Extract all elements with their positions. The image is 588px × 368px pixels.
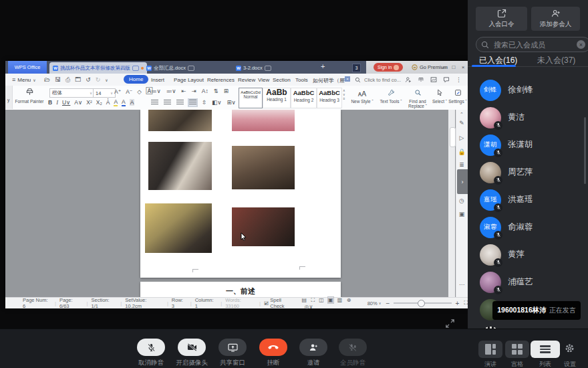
character-shading-button[interactable]: A: [130, 99, 135, 106]
view-grid-button[interactable]: [505, 341, 529, 358]
sort-button[interactable]: ⇅: [214, 88, 218, 94]
open-icon[interactable]: 🗁: [44, 76, 50, 83]
spell-check-icon[interactable]: 🗹: [264, 300, 269, 306]
exit-fullscreen-icon[interactable]: [445, 318, 455, 329]
add-participant-button[interactable]: 添加参会人: [531, 7, 580, 31]
upload-cloud-icon[interactable]: [418, 76, 424, 83]
shading-button[interactable]: ◧∨: [212, 99, 221, 106]
view-fullscreen-icon[interactable]: ⛶: [311, 297, 315, 303]
subscript-button[interactable]: X₂: [96, 99, 102, 106]
sidebar-toggle-handle[interactable]: ›: [457, 169, 468, 194]
wps-office-menu-button[interactable]: WPS Office: [8, 61, 47, 74]
strip-more-icon[interactable]: ⋯: [456, 282, 468, 288]
view-speaker-button[interactable]: [478, 341, 502, 358]
strikethrough-button[interactable]: A∨: [74, 99, 82, 106]
document-canvas[interactable]: 一、前述: [5, 110, 468, 297]
zoom-slider-knob[interactable]: [418, 300, 425, 307]
sidebar-scrollbar[interactable]: [584, 117, 586, 184]
increase-indent-button[interactable]: ⇥: [192, 88, 196, 94]
bullets-button[interactable]: ≔∨: [151, 88, 161, 94]
tab-not-joined[interactable]: 未入会(37): [537, 55, 575, 66]
print-icon[interactable]: ⎙: [65, 76, 70, 84]
mute-all-button[interactable]: [339, 339, 367, 356]
style-heading-2[interactable]: AaBbC Heading 2: [291, 88, 317, 108]
format-painter-button[interactable]: Format Painter: [15, 87, 44, 104]
participant-row[interactable]: 剑锋 徐剑锋: [468, 76, 588, 104]
maximize-button[interactable]: □: [449, 61, 458, 74]
ribbon-tab-insert[interactable]: Insert: [151, 77, 164, 83]
redo-icon[interactable]: ↻: [96, 76, 101, 83]
minimize-button[interactable]: —: [440, 61, 449, 74]
comments-icon[interactable]: [443, 76, 450, 83]
translate-panel-icon[interactable]: ▣: [456, 211, 468, 217]
grow-font-icon[interactable]: A⁺: [114, 88, 121, 95]
strip-collapse-icon[interactable]: ⌃: [456, 112, 468, 117]
outline-list-icon[interactable]: ≣: [456, 161, 468, 168]
table-button[interactable]: ⊞∨: [227, 99, 235, 106]
view-globe-icon[interactable]: ⊕: [347, 297, 351, 303]
participant-row[interactable]: 黄萍: [468, 241, 588, 268]
ribbon-tab-review[interactable]: Review: [238, 77, 255, 83]
clear-search-icon[interactable]: ×: [577, 40, 585, 49]
menu-button[interactable]: ≡ Menu ∨: [12, 74, 36, 86]
underline-button[interactable]: U∨: [62, 99, 70, 106]
bold-button[interactable]: B: [48, 99, 52, 106]
style-heading-3[interactable]: AaBbC Heading 3: [317, 88, 342, 108]
zoom-slider[interactable]: [394, 302, 451, 304]
borders-button[interactable]: ⊞: [224, 88, 229, 94]
participant-row[interactable]: 周艺萍: [468, 159, 588, 186]
camera-on-button[interactable]: [178, 339, 206, 356]
invite-button[interactable]: [299, 339, 327, 356]
settings-button[interactable]: Settings ˇ: [448, 87, 468, 104]
doc-tab-1[interactable]: W 挑战杯作品文本寒假修改第四版: [49, 62, 147, 74]
share-window-button[interactable]: [218, 339, 247, 356]
view-web-icon[interactable]: ▥: [337, 297, 343, 303]
tab-count-badge[interactable]: 3: [352, 64, 361, 72]
ribbon-tab-page-layout[interactable]: Page Layout: [174, 77, 204, 83]
sign-in-button[interactable]: Sign in: [374, 63, 403, 72]
close-doc-tab-icon[interactable]: ×: [345, 76, 350, 82]
ribbon-tab-references[interactable]: References: [207, 77, 235, 83]
save-icon[interactable]: 🖫: [55, 76, 61, 83]
numbering-button[interactable]: ≕∨: [166, 88, 176, 94]
doc-tab-2[interactable]: W 全部汇总.docx: [143, 62, 235, 74]
new-tab-button[interactable]: +: [321, 62, 325, 70]
participant-row[interactable]: 淑蓉 俞淑蓉: [468, 213, 588, 241]
phonetic-guide-button[interactable]: A̓: [106, 99, 110, 106]
lock-icon[interactable]: 🔒: [456, 149, 468, 155]
undo-icon[interactable]: ↺: [86, 76, 91, 83]
meeting-passcode-button[interactable]: 入会口令: [476, 7, 527, 31]
status-spell-check[interactable]: Spell Check: [270, 297, 296, 309]
view-list-button[interactable]: [531, 341, 560, 358]
ribbon-tab-section[interactable]: Section: [273, 77, 291, 83]
hang-up-button[interactable]: [259, 339, 287, 356]
history-clock-icon[interactable]: ◷: [456, 197, 468, 204]
participant-row[interactable]: 浦蕴艺: [468, 268, 588, 296]
search-participants-box[interactable]: ×: [476, 37, 588, 52]
select-cursor-icon[interactable]: ▷: [456, 134, 468, 141]
align-left-button[interactable]: [151, 100, 158, 106]
find-command-box[interactable]: [355, 74, 412, 86]
ribbon-tab-doc-extra[interactable]: 如何研学（屉E-S: [313, 77, 345, 84]
doc-scrollbar-thumb[interactable]: [450, 127, 456, 147]
view-normal-icon[interactable]: ▤: [302, 297, 307, 303]
view-page-icon[interactable]: ▣: [328, 297, 333, 303]
eye-protect-icon[interactable]: ◎∨: [305, 304, 313, 310]
participant-row[interactable]: 潇胡 张潇胡: [468, 131, 588, 159]
styles-gallery-scroll[interactable]: ∧∨≡: [343, 88, 345, 100]
align-right-button[interactable]: [176, 100, 184, 106]
decrease-indent-button[interactable]: ⇤: [181, 88, 186, 94]
font-color-button[interactable]: A: [122, 98, 126, 106]
ribbon-tab-view[interactable]: View: [258, 77, 269, 83]
chevron-down-icon[interactable]: ∨: [105, 78, 108, 82]
participant-row[interactable]: 嘉瑶 洪嘉瑶: [468, 186, 588, 213]
align-center-button[interactable]: [164, 100, 171, 106]
doc-tab-3[interactable]: W 3-2.docx: [233, 62, 314, 74]
view-two-page-icon[interactable]: ◫: [319, 297, 324, 303]
font-size-select[interactable]: 14∨: [93, 88, 116, 98]
unmute-button[interactable]: [137, 339, 165, 356]
zoom-value[interactable]: 80%: [368, 300, 378, 306]
italic-button[interactable]: I: [56, 99, 58, 106]
preview-icon[interactable]: 🗔: [75, 76, 81, 83]
superscript-button[interactable]: X²: [86, 99, 92, 106]
